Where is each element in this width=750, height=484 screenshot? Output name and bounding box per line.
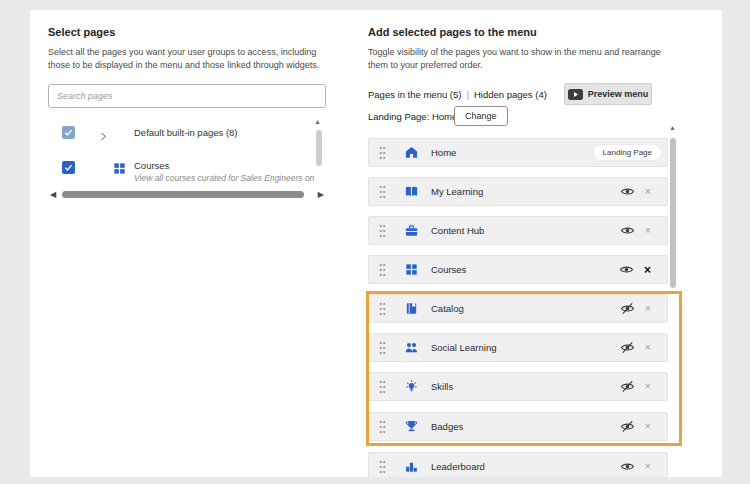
menu-panel-description: Toggle visibility of the pages you want …: [368, 46, 663, 72]
tree-item-label: Courses: [134, 160, 169, 171]
tree-item-courses[interactable]: Courses View all courses curated for Sal…: [48, 158, 326, 190]
menu-row-skills[interactable]: Skills ×: [368, 372, 668, 401]
menu-row-courses[interactable]: Courses ×: [368, 255, 668, 284]
tree-item-subtitle: View all courses curated for Sales Engin…: [134, 173, 324, 183]
scroll-left-icon[interactable]: ◀: [50, 190, 56, 199]
scroll-up-icon[interactable]: ▲: [669, 124, 676, 131]
my-learning-icon: [404, 184, 419, 199]
tree-item-default-pages[interactable]: Default built-in pages (8): [48, 126, 326, 146]
drag-handle-icon[interactable]: [379, 185, 386, 199]
checkbox-default-pages[interactable]: [62, 126, 75, 139]
content-hub-icon: [404, 223, 419, 238]
eye-off-icon[interactable]: [620, 340, 635, 355]
drag-handle-icon[interactable]: [379, 420, 386, 434]
eye-icon[interactable]: [619, 262, 634, 277]
menu-row-catalog[interactable]: Catalog ×: [368, 294, 668, 323]
horizontal-scrollbar[interactable]: ◀ ▶: [48, 190, 326, 200]
page-settings-card: Select pages Select all the pages you wa…: [30, 10, 722, 477]
eye-icon[interactable]: [620, 459, 635, 474]
remove-icon[interactable]: ×: [645, 461, 651, 472]
menu-row-badges[interactable]: Badges ×: [368, 412, 668, 441]
hidden-pages-count[interactable]: Hidden pages (4): [474, 89, 547, 100]
select-pages-title: Select pages: [48, 26, 115, 38]
social-learning-icon: [404, 340, 419, 355]
menu-row-label: My Learning: [431, 186, 483, 197]
chevron-right-icon[interactable]: [98, 128, 109, 139]
scroll-up-icon[interactable]: ▲: [314, 118, 321, 125]
eye-off-icon[interactable]: [620, 379, 635, 394]
courses-icon: [404, 262, 419, 277]
select-pages-description: Select all the pages you want your user …: [48, 46, 338, 72]
courses-icon: [112, 161, 127, 176]
eye-off-icon[interactable]: [620, 301, 635, 316]
menu-row-label: Leaderboard: [431, 461, 485, 472]
menu-row-label: Courses: [431, 264, 466, 275]
remove-icon[interactable]: ×: [645, 186, 651, 197]
preview-menu-label: Preview menu: [588, 89, 649, 99]
menu-row-label: Skills: [431, 381, 453, 392]
remove-icon[interactable]: ×: [645, 303, 651, 314]
menu-row-leaderboard[interactable]: Leaderboard ×: [368, 452, 668, 477]
badges-icon: [404, 419, 419, 434]
preview-menu-button[interactable]: Preview menu: [564, 83, 652, 105]
menu-row-my-learning[interactable]: My Learning ×: [368, 177, 668, 206]
menu-row-label: Social Learning: [431, 342, 497, 353]
horizontal-scrollbar-thumb[interactable]: [62, 191, 304, 198]
remove-icon[interactable]: ×: [645, 225, 651, 236]
count-separator: |: [466, 89, 468, 100]
play-icon: [568, 89, 583, 100]
menu-scrollbar-thumb[interactable]: [670, 138, 676, 288]
menu-row-social-learning[interactable]: Social Learning ×: [368, 333, 668, 362]
remove-icon[interactable]: ×: [645, 381, 651, 392]
tree-item-label: Default built-in pages (8): [134, 127, 238, 138]
menu-row-label: Home: [431, 147, 456, 158]
menu-panel-title: Add selected pages to the menu: [368, 26, 537, 38]
drag-handle-icon[interactable]: [379, 263, 386, 277]
drag-handle-icon[interactable]: [379, 224, 386, 238]
drag-handle-icon[interactable]: [379, 380, 386, 394]
checkbox-courses[interactable]: [62, 161, 75, 174]
search-pages-input[interactable]: [48, 84, 326, 108]
vertical-scrollbar-thumb[interactable]: [316, 130, 322, 166]
eye-icon[interactable]: [620, 184, 635, 199]
leaderboard-icon: [404, 459, 419, 474]
pages-in-menu-count[interactable]: Pages in the menu (5): [368, 89, 461, 100]
change-landing-button[interactable]: Change: [454, 106, 508, 126]
landing-page-badge: Landing Page: [593, 144, 662, 161]
menu-row-label: Content Hub: [431, 225, 484, 236]
catalog-icon: [404, 301, 419, 316]
scroll-right-icon[interactable]: ▶: [318, 190, 324, 199]
menu-row-home[interactable]: Home Landing Page: [368, 138, 668, 167]
home-icon: [404, 145, 419, 160]
eye-icon[interactable]: [620, 223, 635, 238]
eye-off-icon[interactable]: [620, 419, 635, 434]
drag-handle-icon[interactable]: [379, 341, 386, 355]
drag-handle-icon[interactable]: [379, 460, 386, 474]
menu-row-content-hub[interactable]: Content Hub ×: [368, 216, 668, 245]
pages-tree: Default built-in pages (8) Courses View …: [48, 114, 326, 202]
remove-icon[interactable]: ×: [645, 342, 651, 353]
remove-icon[interactable]: ×: [645, 421, 651, 432]
drag-handle-icon[interactable]: [379, 146, 386, 160]
landing-page-label: Landing Page: Home: [368, 111, 457, 122]
drag-handle-icon[interactable]: [379, 302, 386, 316]
remove-icon[interactable]: ×: [644, 264, 651, 276]
skills-icon: [404, 379, 419, 394]
menu-row-label: Badges: [431, 421, 463, 432]
menu-row-label: Catalog: [431, 303, 464, 314]
menu-counts: Pages in the menu (5)|Hidden pages (4): [368, 89, 547, 100]
